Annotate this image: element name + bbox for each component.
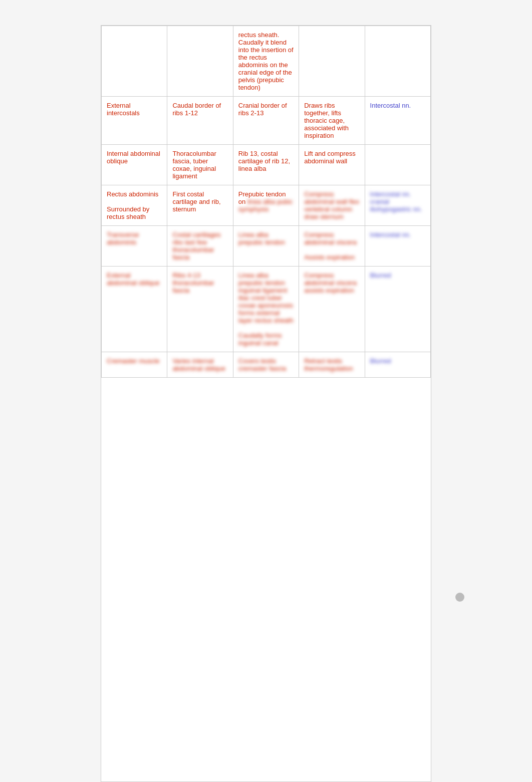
page-dot — [455, 593, 464, 602]
cell-5-2: Ribs 4-13 thoracolumbar fascia — [167, 267, 233, 352]
anatomy-table: rectus sheath. Caudally it blend into th… — [101, 26, 431, 378]
cell-0-4 — [299, 26, 365, 97]
cell-text-blurred: Varies internal abdominal oblique — [172, 357, 225, 372]
cell-2-4: Lift and compress abdominal wall — [299, 145, 365, 185]
cell-6-5: Blurred — [365, 352, 430, 378]
cell-0-1 — [102, 26, 167, 97]
cell-text: Internal abdominal oblique — [107, 150, 160, 165]
table-row: Transverse abdominis Costal cartilages r… — [102, 226, 431, 267]
cell-text: Intercostal nn. — [370, 102, 411, 109]
cell-5-3: Linea alba prepubic tendon inguinal liga… — [233, 267, 299, 352]
cell-5-1: External abdominal oblique — [102, 267, 167, 352]
cell-text-blurred2: Assists expiration — [304, 253, 355, 261]
cell-2-5 — [365, 145, 430, 185]
cell-5-4: Compress abdominal viscera assists expir… — [299, 267, 365, 352]
cell-text: Cranial border of ribs 2-13 — [238, 102, 287, 117]
cell-text-blurred: Linea alba prepubic tendon — [238, 231, 285, 246]
cell-text-blurred: Blurred — [370, 357, 391, 365]
cell-text: Draws ribs together, lifts thoracic cage… — [304, 102, 349, 139]
cell-text-blurred: Ribs 4-13 thoracolumbar fascia — [172, 272, 214, 294]
cell-text: Rib 13, costal cartilage of rib 12, line… — [238, 150, 290, 172]
cell-1-3: Cranial border of ribs 2-13 — [233, 97, 299, 145]
table-row: Cremaster muscle Varies internal abdomin… — [102, 352, 431, 378]
cell-text-blurred: Costal cartilages ribs last few thoracol… — [172, 231, 220, 261]
cell-text: External intercostals — [107, 102, 140, 117]
cell-5-5: Blurred — [365, 267, 430, 352]
cell-2-2: Thoracolumbar fascia, tuber coxae, ingui… — [167, 145, 233, 185]
cell-text-blurred: Linea alba prepubic tendon inguinal liga… — [238, 272, 294, 324]
cell-3-5: Intercostal nn. cranial iliohypogastric … — [365, 185, 430, 226]
cell-3-4: Compress abdominal wall flex vertebral c… — [299, 185, 365, 226]
cell-text-blurred: Compress abdominal wall flex vertebral c… — [304, 190, 359, 220]
cell-text-blurred: Compress abdominal viscera assists expir… — [304, 272, 357, 294]
cell-4-5: Intercostal nn. — [365, 226, 430, 267]
cell-text: Rectus abdominis — [107, 190, 158, 198]
cell-6-3: Covers testis cremaster fascia — [233, 352, 299, 378]
cell-2-1: Internal abdominal oblique — [102, 145, 167, 185]
table-row: rectus sheath. Caudally it blend into th… — [102, 26, 431, 97]
table-row: Internal abdominal oblique Thoracolumbar… — [102, 145, 431, 185]
cell-0-5 — [365, 26, 430, 97]
cell-text-blurred: Transverse abdominis — [107, 231, 139, 246]
cell-1-2: Caudal border of ribs 1-12 — [167, 97, 233, 145]
cell-text-blurred: Blurred — [370, 272, 391, 279]
cell-6-1: Cremaster muscle — [102, 352, 167, 378]
cell-text-sub: Surrounded by rectus sheath — [107, 205, 149, 220]
cell-6-4: Retract testis thermoregulation — [299, 352, 365, 378]
cell-1-5: Intercostal nn. — [365, 97, 430, 145]
cell-4-4: Compress abdominal viscera Assists expir… — [299, 226, 365, 267]
cell-4-3: Linea alba prepubic tendon — [233, 226, 299, 267]
cell-1-4: Draws ribs together, lifts thoracic cage… — [299, 97, 365, 145]
cell-3-1: Rectus abdominis Surrounded by rectus sh… — [102, 185, 167, 226]
cell-4-1: Transverse abdominis — [102, 226, 167, 267]
cell-text: First costal cartilage and rib, sternum — [172, 190, 220, 213]
cell-text-blurred: linea alba pubic symphysis — [238, 198, 293, 213]
cell-text: Lift and compress abdominal wall — [304, 150, 356, 165]
cell-text: Caudal border of ribs 1-12 — [172, 102, 221, 117]
cell-text-blurred: Covers testis cremaster fascia — [238, 357, 286, 372]
table-row: Rectus abdominis Surrounded by rectus sh… — [102, 185, 431, 226]
cell-1-1: External intercostals — [102, 97, 167, 145]
cell-0-3: rectus sheath. Caudally it blend into th… — [233, 26, 299, 97]
cell-text: rectus sheath. Caudally it blend into th… — [238, 31, 294, 91]
cell-text-blurred: Compress abdominal viscera — [304, 231, 357, 246]
cell-text-blurred: Cremaster muscle — [107, 357, 159, 365]
table-row: External intercostals Caudal border of r… — [102, 97, 431, 145]
cell-text-blurred2: Caudally forms inguinal canal — [238, 332, 282, 347]
cell-text-blurred: Retract testis thermoregulation — [304, 357, 353, 372]
table-wrapper: rectus sheath. Caudally it blend into th… — [101, 25, 431, 782]
cell-0-2 — [167, 26, 233, 97]
cell-6-2: Varies internal abdominal oblique — [167, 352, 233, 378]
cell-text: Thoracolumbar fascia, tuber coxae, ingui… — [172, 150, 216, 180]
table-row: External abdominal oblique Ribs 4-13 tho… — [102, 267, 431, 352]
cell-3-2: First costal cartilage and rib, sternum — [167, 185, 233, 226]
dot-indicator — [455, 593, 464, 602]
page-container: rectus sheath. Caudally it blend into th… — [0, 0, 532, 782]
cell-text-blurred: Intercostal nn. cranial iliohypogastric … — [370, 190, 422, 213]
cell-4-2: Costal cartilages ribs last few thoracol… — [167, 226, 233, 267]
cell-text-blurred: Intercostal nn. — [370, 231, 411, 238]
cell-2-3: Rib 13, costal cartilage of rib 12, line… — [233, 145, 299, 185]
cell-3-3: Prepubic tendon on linea alba pubic symp… — [233, 185, 299, 226]
cell-text-blurred: External abdominal oblique — [107, 272, 160, 287]
